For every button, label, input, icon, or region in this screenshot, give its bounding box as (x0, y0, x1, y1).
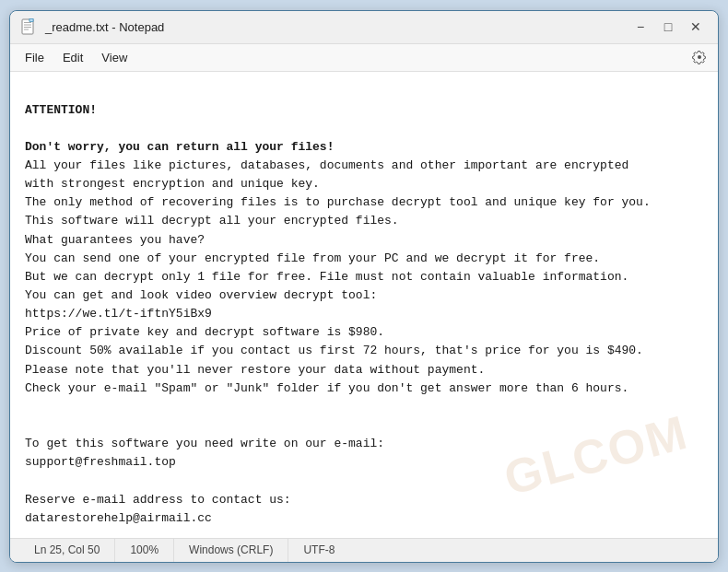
settings-icon[interactable] (687, 44, 712, 70)
menu-right (687, 44, 712, 70)
notepad-window: _readme.txt - Notepad − □ ✕ File Edit Vi… (9, 10, 719, 563)
editor-area[interactable]: ATTENTION! Don't worry, you can return a… (10, 72, 718, 538)
cursor-position: Ln 25, Col 50 (19, 539, 115, 562)
zoom-level: 100% (115, 539, 174, 562)
line-ending: Windows (CRLF) (174, 539, 288, 562)
encoding: UTF-8 (288, 539, 349, 562)
close-button[interactable]: ✕ (683, 14, 709, 40)
maximize-button[interactable]: □ (655, 14, 681, 40)
editor-content: ATTENTION! Don't worry, you can return a… (25, 83, 703, 538)
menu-edit[interactable]: Edit (53, 47, 92, 68)
menu-bar: File Edit View (10, 44, 718, 72)
window-title: _readme.txt - Notepad (45, 20, 628, 34)
menu-file[interactable]: File (16, 47, 53, 68)
status-bar: Ln 25, Col 50 100% Windows (CRLF) UTF-8 (10, 538, 718, 562)
window-controls: − □ ✕ (628, 14, 709, 40)
minimize-button[interactable]: − (628, 14, 653, 40)
svg-rect-1 (24, 22, 31, 23)
title-bar: _readme.txt - Notepad − □ ✕ (10, 11, 718, 44)
menu-view[interactable]: View (92, 47, 136, 68)
svg-rect-3 (24, 27, 31, 28)
svg-rect-2 (24, 25, 31, 26)
app-icon (19, 18, 38, 36)
svg-rect-4 (24, 29, 29, 30)
